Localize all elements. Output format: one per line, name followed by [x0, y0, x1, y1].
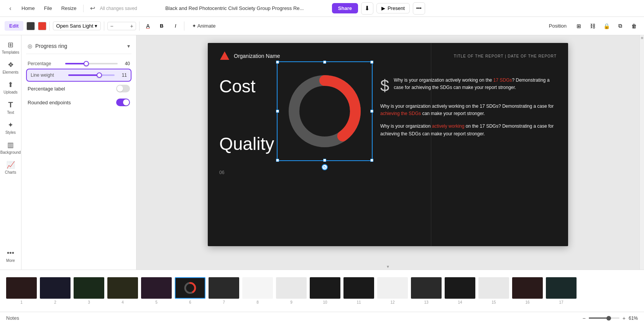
animate-button[interactable]: ✦ Animate [187, 21, 220, 31]
more-options-button[interactable]: ••• [413, 2, 425, 15]
sidebar-item-templates[interactable]: ⊞ Templates [2, 38, 19, 57]
vertical-divider [431, 43, 431, 246]
slide-thumb-4[interactable]: 4 [106, 277, 140, 304]
sidebar-item-uploads[interactable]: ⬆ Uploads [2, 78, 19, 97]
report-title: TITLE OF THE REPORT | DATE OF THE REPORT [454, 54, 557, 58]
slide-thumb-5[interactable]: 5 [140, 277, 173, 304]
selection-handle-bl[interactable] [276, 159, 279, 162]
sidebar-item-elements[interactable]: ❖ Elements [2, 58, 19, 77]
color-swatch-red[interactable] [38, 22, 46, 30]
font-size-increase-button[interactable]: + [130, 23, 133, 29]
sidebar-item-styles[interactable]: ✦ Styles [2, 118, 19, 137]
percentage-slider-thumb[interactable] [84, 61, 89, 66]
thumb-img-6 [175, 277, 205, 299]
right-scrollbar[interactable] [639, 35, 644, 270]
zoom-plus-button[interactable]: + [623, 315, 626, 321]
right-text-col: $ Why is your organization actively work… [380, 65, 557, 161]
slide-thumb-7[interactable]: 7 [207, 277, 241, 304]
slide-thumb-13[interactable]: 13 [409, 277, 443, 304]
text-label: Text [7, 110, 14, 115]
slide-thumb-8[interactable]: 8 [241, 277, 274, 304]
italic-button[interactable]: I [170, 21, 181, 31]
line-weight-slider-thumb[interactable] [97, 72, 102, 78]
toolbar-divider-1 [49, 21, 50, 31]
sidebar-item-background[interactable]: ▥ Background [2, 138, 19, 157]
sidebar-item-charts[interactable]: 📈 Charts [2, 158, 19, 177]
notes-label[interactable]: Notes [6, 315, 19, 321]
nav-home-button[interactable]: Home [18, 4, 39, 13]
selection-handle-tm[interactable] [323, 61, 326, 64]
panel-chevron-icon[interactable]: ▾ [127, 43, 130, 49]
canvas-scroll-arrow[interactable]: ▼ [386, 265, 390, 269]
nav-resize-button[interactable]: Resize [58, 4, 80, 13]
font-size-decrease-button[interactable]: − [110, 23, 113, 29]
line-weight-slider-track[interactable] [68, 74, 115, 76]
ring-selection[interactable]: ↻ [277, 61, 373, 161]
slide-thumb-14[interactable]: 14 [443, 277, 477, 304]
slide-thumb-3[interactable]: 3 [72, 277, 106, 304]
selection-handle-tr[interactable] [370, 61, 373, 64]
slide-thumb-17[interactable]: 17 [544, 277, 578, 304]
edit-button[interactable]: Edit [5, 21, 23, 31]
font-size-input[interactable]: 88.5 [115, 23, 129, 29]
slide-thumb-10[interactable]: 10 [308, 277, 342, 304]
zoom-slider-fill [589, 317, 607, 319]
present-button[interactable]: ▶ Present [376, 3, 410, 13]
link-icon-button[interactable]: ⛓ [587, 21, 598, 31]
sidebar-item-text[interactable]: T Text [2, 98, 19, 117]
thumb-num-13: 13 [424, 300, 428, 304]
text-color-icon: A [146, 23, 150, 29]
templates-icon: ⊞ [8, 41, 13, 49]
selection-handle-br[interactable] [370, 159, 373, 162]
uploads-icon: ⬆ [8, 81, 13, 89]
slide-thumb-15[interactable]: 15 [477, 277, 511, 304]
rounded-endpoints-toggle-row: Rounded endpoints [26, 95, 131, 109]
position-button[interactable]: Position [545, 21, 570, 31]
toolbar-divider-2 [104, 21, 104, 31]
selection-handle-tl[interactable] [276, 61, 279, 64]
slide-body: Cost Quality ↻ [208, 65, 568, 169]
group-icon-button[interactable]: ⧉ [615, 21, 626, 31]
slide-thumb-16[interactable]: 16 [511, 277, 544, 304]
slide-thumb-1[interactable]: 1 [5, 277, 38, 304]
charts-icon: 📈 [7, 161, 15, 169]
download-button[interactable]: ⬇ [361, 2, 373, 15]
zoom-slider-thumb[interactable] [606, 316, 611, 321]
slide-thumb-12[interactable]: 12 [376, 277, 409, 304]
percentage-label-toggle-row: Percentage label [26, 82, 131, 95]
canvas-area[interactable]: Organization Name TITLE OF THE REPORT | … [136, 35, 639, 270]
background-icon: ▥ [7, 141, 14, 149]
color-swatch-dark[interactable] [26, 22, 35, 30]
selection-handle-bm[interactable] [323, 159, 326, 162]
nav-file-button[interactable]: File [40, 4, 56, 13]
share-button[interactable]: Share [332, 3, 358, 13]
text-color-button[interactable]: A [143, 21, 153, 31]
slide-thumb-2[interactable]: 2 [38, 277, 72, 304]
rounded-endpoints-toggle[interactable] [116, 99, 130, 106]
thumb-img-4 [107, 277, 138, 299]
percentage-slider-track[interactable] [65, 63, 118, 64]
slide-thumb-6[interactable]: 6 [173, 277, 207, 304]
selection-handle-ml[interactable] [276, 110, 279, 113]
thumb-num-7: 7 [223, 300, 225, 304]
rotate-handle[interactable]: ↻ [322, 164, 328, 170]
zoom-slider-track[interactable] [589, 317, 619, 319]
charts-label: Charts [5, 170, 16, 174]
sdg-highlight-3: actively working [432, 123, 465, 129]
zoom-minus-button[interactable]: − [583, 315, 586, 321]
lock-icon-button[interactable]: 🔒 [601, 21, 612, 31]
undo-button[interactable]: ↩ [87, 3, 98, 14]
font-family-selector[interactable]: Open Sans Light ▾ [53, 21, 101, 30]
thumb-img-11 [343, 277, 374, 299]
cost-text: Cost [219, 76, 269, 97]
percentage-label-toggle[interactable] [116, 85, 130, 92]
bold-button[interactable]: B [156, 21, 167, 31]
sidebar-item-more[interactable]: ••• More [2, 247, 19, 265]
delete-icon-button[interactable]: 🗑 [629, 21, 639, 31]
slide-thumb-9[interactable]: 9 [274, 277, 308, 304]
align-icon-button[interactable]: ⊞ [573, 21, 584, 31]
nav-back-button[interactable]: ‹ [5, 3, 16, 14]
slide-thumb-11[interactable]: 11 [342, 277, 376, 304]
line-weight-slider-row: Line weight 11 [26, 69, 131, 82]
selection-handle-mr[interactable] [370, 110, 373, 113]
